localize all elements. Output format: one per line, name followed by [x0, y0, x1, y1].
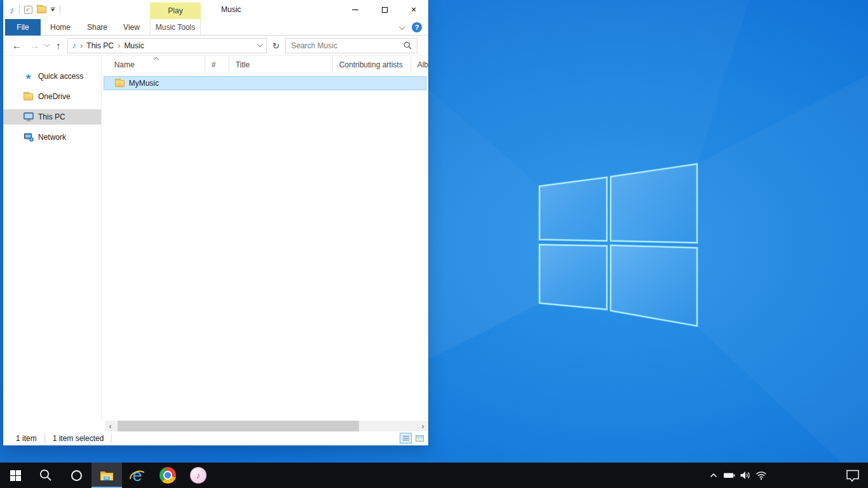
new-folder-button[interactable]: [37, 6, 46, 13]
battery-indicator[interactable]: [721, 463, 737, 488]
large-icons-view-button[interactable]: [414, 433, 426, 444]
address-bar[interactable]: ♪ › This PC › Music: [67, 38, 267, 53]
sidebar-item-label: OneDrive: [38, 92, 71, 101]
breadcrumb-chevron-icon[interactable]: ›: [80, 41, 83, 50]
customize-toolbar-button[interactable]: [51, 8, 55, 12]
this-pc-monitor-icon: [24, 112, 34, 121]
scrollbar-track[interactable]: [116, 421, 417, 431]
window-content: ★ Quick access OneDrive This PC: [3, 56, 428, 421]
sidebar-item-network[interactable]: Network: [3, 130, 101, 145]
address-dropdown-icon[interactable]: [257, 42, 262, 47]
scroll-left-arrow[interactable]: ‹: [105, 421, 116, 431]
refresh-icon[interactable]: ↻: [273, 41, 280, 51]
back-button[interactable]: ←: [12, 41, 22, 50]
minimize-button[interactable]: [341, 0, 370, 19]
breadcrumb-this-pc[interactable]: This PC: [86, 41, 114, 50]
chrome-button[interactable]: [153, 463, 183, 488]
window-controls: ×: [341, 0, 428, 19]
selected-count: 1 item selected: [53, 434, 104, 443]
internet-explorer-button[interactable]: e: [122, 463, 153, 488]
search-icon: [39, 468, 53, 482]
search-icon[interactable]: [403, 41, 412, 50]
item-count: 1 item: [16, 434, 37, 443]
start-button[interactable]: [0, 463, 31, 488]
light-beam: [697, 75, 868, 488]
action-center-icon: [845, 468, 860, 482]
navigation-toolbar: ← → ↑ ♪ › This PC › Music ↻: [3, 36, 428, 56]
status-bar: 1 item 1 item selected: [3, 431, 428, 445]
navigation-pane: ★ Quick access OneDrive This PC: [3, 56, 101, 421]
sidebar-item-label: This PC: [38, 112, 65, 121]
details-view-icon: [403, 436, 409, 441]
tab-music-tools[interactable]: Music Tools: [150, 19, 201, 36]
scrollbar-thumb[interactable]: [118, 421, 359, 431]
tab-home[interactable]: Home: [43, 19, 78, 36]
tab-file[interactable]: File: [5, 19, 41, 36]
action-center-button[interactable]: [837, 463, 868, 488]
sidebar-item-label: Quick access: [38, 72, 83, 81]
ribbon-tab-bar: File Home Share View Music Tools ?: [3, 19, 428, 36]
maximize-icon: [382, 7, 388, 13]
system-tray: [705, 463, 868, 488]
column-header-title[interactable]: Title: [229, 56, 333, 74]
battery-icon: [723, 470, 736, 480]
file-explorer-icon: [99, 469, 114, 482]
sidebar-item-onedrive[interactable]: OneDrive: [3, 89, 101, 104]
file-row-mymusic[interactable]: MyMusic: [104, 76, 426, 90]
quick-access-toolbar: ♪ ✓: [10, 0, 60, 19]
cortana-icon: [71, 470, 82, 481]
title-bar[interactable]: ♪ ✓ Play Music ×: [3, 0, 428, 19]
sidebar-item-quick-access[interactable]: ★ Quick access: [3, 69, 101, 84]
file-name: MyMusic: [129, 79, 159, 88]
taskbar: e ♪: [0, 463, 868, 488]
recent-locations-icon[interactable]: [44, 42, 50, 47]
scrollbar-row: ‹ ›: [3, 421, 428, 431]
speaker-icon: [740, 470, 751, 480]
taskbar-search-button[interactable]: [31, 463, 61, 488]
quick-access-star-icon: ★: [25, 72, 32, 81]
status-separator: [44, 434, 45, 443]
tab-view[interactable]: View: [116, 19, 147, 36]
tab-share[interactable]: Share: [79, 19, 115, 36]
details-view-button[interactable]: [400, 433, 412, 444]
itunes-button[interactable]: ♪: [183, 463, 214, 488]
music-app-icon: ♪: [10, 5, 15, 15]
window-title: Music: [221, 0, 241, 19]
taskbar-file-explorer-button[interactable]: [92, 463, 122, 488]
column-header-album[interactable]: Alb: [411, 56, 428, 74]
sidebar-item-this-pc[interactable]: This PC: [3, 109, 101, 125]
horizontal-scrollbar[interactable]: ‹ ›: [105, 421, 428, 431]
minimize-ribbon-icon[interactable]: [399, 24, 405, 30]
show-hidden-icons-button[interactable]: [705, 463, 721, 488]
search-box[interactable]: [285, 38, 417, 53]
scroll-right-arrow[interactable]: ›: [417, 421, 428, 431]
cortana-button[interactable]: [61, 463, 92, 488]
itunes-icon: ♪: [190, 467, 207, 484]
volume-indicator[interactable]: [737, 463, 753, 488]
view-toggles: [400, 433, 426, 444]
contextual-tab-play[interactable]: Play: [150, 3, 201, 19]
windows-start-icon: [10, 470, 21, 481]
tray-spacer: [769, 463, 837, 488]
breadcrumb-chevron-icon[interactable]: ›: [118, 41, 120, 50]
maximize-button[interactable]: [370, 0, 399, 19]
forward-button[interactable]: →: [30, 41, 39, 50]
status-separator: [111, 434, 112, 443]
search-input[interactable]: [286, 41, 403, 50]
file-list-pane: Name # Title Contributing artists Alb My…: [101, 56, 428, 421]
minimize-icon: [352, 10, 358, 10]
help-icon[interactable]: ?: [412, 22, 422, 32]
up-button[interactable]: ↑: [56, 41, 61, 50]
close-button[interactable]: ×: [399, 0, 428, 19]
ribbon-right-controls: ?: [400, 19, 422, 36]
folder-icon: [115, 80, 125, 87]
column-header-contributing-artists[interactable]: Contributing artists: [333, 56, 411, 74]
network-indicator[interactable]: [753, 463, 769, 488]
sidebar-item-label: Network: [38, 133, 66, 142]
onedrive-folder-icon: [24, 93, 33, 100]
column-header-number[interactable]: #: [205, 56, 229, 74]
scrollbar-spacer: [3, 421, 105, 431]
properties-button[interactable]: ✓: [24, 6, 32, 14]
breadcrumb-music[interactable]: Music: [124, 41, 144, 50]
toolbar-separator: [60, 5, 60, 14]
